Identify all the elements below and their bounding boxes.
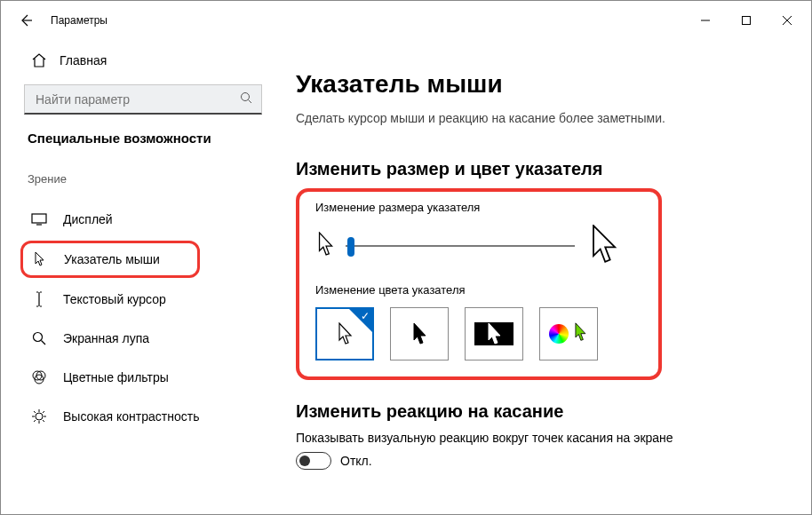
search-icon <box>240 91 252 107</box>
magnifier-icon <box>29 331 49 345</box>
back-button[interactable] <box>12 6 40 35</box>
display-icon <box>29 213 49 226</box>
close-button[interactable] <box>767 6 808 35</box>
toggle-state-label: Откл. <box>340 454 372 468</box>
sidebar-group-label: Зрение <box>1 172 285 186</box>
sidebar: Главная Специальные возможности Зрение Д… <box>1 40 285 514</box>
svg-point-9 <box>34 333 43 342</box>
check-icon: ✓ <box>361 310 370 322</box>
section-size-color-title: Изменить размер и цвет указателя <box>296 159 776 179</box>
sidebar-item-label: Указатель мыши <box>64 252 160 266</box>
svg-line-20 <box>43 420 44 422</box>
svg-line-22 <box>34 420 36 422</box>
svg-point-14 <box>36 413 43 420</box>
inverted-bg <box>474 322 513 345</box>
slider-thumb[interactable] <box>347 237 354 257</box>
svg-point-13 <box>35 375 44 384</box>
sidebar-item-label: Текстовый курсор <box>63 292 166 306</box>
sidebar-item-label: Дисплей <box>63 212 113 226</box>
page-title: Указатель мыши <box>296 70 776 99</box>
color-filters-icon <box>29 370 49 384</box>
page-description: Сделать курсор мыши и реакцию на касание… <box>296 111 776 125</box>
pointer-size-slider[interactable] <box>315 225 642 267</box>
sidebar-item-label: Экранная лупа <box>63 331 149 345</box>
sidebar-home-label: Главная <box>60 53 107 67</box>
pointer-color-inverted[interactable] <box>465 307 523 360</box>
text-cursor-icon <box>29 291 49 307</box>
sidebar-item-display[interactable]: Дисплей <box>1 200 285 239</box>
svg-line-6 <box>249 100 252 104</box>
search-input[interactable] <box>34 91 240 107</box>
home-icon <box>29 52 49 68</box>
maximize-button[interactable] <box>726 6 767 35</box>
slider-track[interactable] <box>346 245 575 247</box>
sidebar-item-high-contrast[interactable]: Высокая контрастность <box>1 397 285 436</box>
small-cursor-icon <box>315 232 335 260</box>
main-content: Указатель мыши Сделать курсор мыши и реа… <box>285 40 811 514</box>
sidebar-item-label: Высокая контрастность <box>63 409 199 424</box>
search-box[interactable] <box>24 84 262 115</box>
sidebar-home[interactable]: Главная <box>1 47 285 74</box>
toggle-knob <box>299 456 310 466</box>
svg-line-19 <box>34 411 36 413</box>
touch-feedback-toggle[interactable] <box>296 452 331 470</box>
minimize-button[interactable] <box>685 6 726 35</box>
sidebar-item-mouse-pointer[interactable]: Указатель мыши <box>20 241 200 278</box>
window-title: Параметры <box>51 14 107 27</box>
mouse-pointer-icon <box>30 251 50 267</box>
svg-rect-7 <box>32 214 46 223</box>
sidebar-item-label: Цветные фильтры <box>63 370 169 384</box>
sidebar-item-color-filters[interactable]: Цветные фильтры <box>1 358 285 397</box>
svg-rect-2 <box>743 17 751 25</box>
green-cursor-icon <box>572 322 588 345</box>
sidebar-item-text-cursor[interactable]: Текстовый курсор <box>1 280 285 319</box>
svg-line-21 <box>43 411 44 413</box>
section-touch-title: Изменить реакцию на касание <box>296 401 776 422</box>
pointer-color-white[interactable]: ✓ <box>315 307 374 360</box>
pointer-color-custom[interactable] <box>539 307 598 360</box>
pointer-color-black[interactable] <box>390 307 449 360</box>
rainbow-icon <box>549 324 569 344</box>
pointer-color-label: Изменение цвета указателя <box>315 283 642 297</box>
large-cursor-icon <box>585 225 621 267</box>
high-contrast-icon <box>29 409 49 424</box>
sidebar-item-magnifier[interactable]: Экранная лупа <box>1 319 285 358</box>
pointer-size-label: Изменение размера указателя <box>315 201 642 214</box>
sidebar-section-title: Специальные возможности <box>1 131 285 146</box>
touch-feedback-label: Показывать визуальную реакцию вокруг точ… <box>296 431 776 445</box>
annotation-highlight: Изменение размера указателя Изменение цв… <box>296 188 662 380</box>
svg-point-5 <box>242 93 250 101</box>
svg-line-10 <box>42 341 46 345</box>
